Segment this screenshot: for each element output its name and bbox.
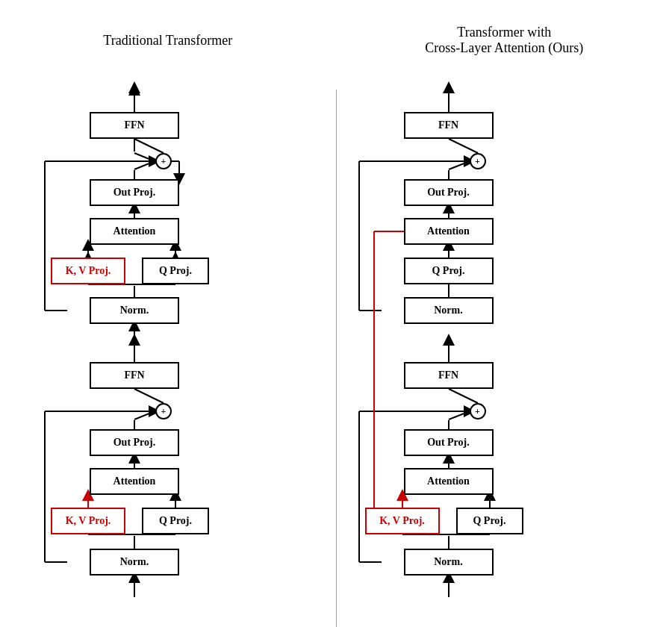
left-qproj2-box: Q Proj.	[142, 258, 209, 284]
left-outproj1-box: Out Proj.	[90, 429, 179, 456]
left-norm2-box: Norm.	[90, 297, 179, 324]
right-plus2-box: +	[470, 153, 486, 169]
left-ffn2-box: FFN	[90, 112, 179, 139]
svg-line-57	[449, 161, 470, 169]
svg-line-2	[134, 153, 155, 161]
left-qproj1-box: Q Proj.	[142, 508, 209, 534]
left-attn1-box: Attention	[90, 468, 179, 495]
right-norm2-box: Norm.	[404, 297, 494, 324]
right-attn1-box: Attention	[404, 468, 494, 495]
left-panel: Traditional Transformer	[0, 0, 336, 627]
right-ffn2-box: FFN	[404, 112, 494, 139]
svg-line-16	[134, 161, 155, 169]
svg-line-31	[134, 411, 155, 419]
left-kvproj2-box: K, V Proj.	[51, 258, 125, 284]
left-ffn1-box: FFN	[90, 362, 179, 389]
left-plus1-box: +	[155, 403, 172, 419]
left-title: Traditional Transformer	[88, 0, 247, 75]
right-plus1-box: +	[470, 403, 486, 419]
svg-line-20	[134, 139, 164, 153]
svg-line-61	[449, 139, 478, 153]
right-attn2-box: Attention	[404, 218, 494, 245]
svg-line-46	[449, 411, 470, 419]
left-plus2-box: +	[155, 153, 172, 169]
left-attn2-box: Attention	[90, 218, 179, 245]
right-outproj1-box: Out Proj.	[404, 429, 494, 456]
left-diagram: FFN + Out Proj. Attention K, V Proj. Q P…	[0, 75, 336, 627]
right-title: Transformer withCross-Layer Attention (O…	[410, 0, 598, 75]
right-ffn1-box: FFN	[404, 362, 494, 389]
right-panel: Transformer withCross-Layer Attention (O…	[337, 0, 673, 627]
right-qproj2-box: Q Proj.	[404, 258, 494, 284]
svg-line-50	[449, 389, 478, 403]
right-diagram: FFN + Out Proj. Attention Q Proj. Norm. …	[337, 75, 673, 627]
right-arrows	[337, 75, 673, 627]
right-kvproj1-box: K, V Proj.	[365, 508, 440, 534]
left-norm1-box: Norm.	[90, 549, 179, 575]
svg-line-35	[134, 389, 164, 403]
right-qproj1-box: Q Proj.	[456, 508, 523, 534]
left-kvproj1-box: K, V Proj.	[51, 508, 125, 534]
main-container: Traditional Transformer	[0, 0, 672, 627]
right-norm1-box: Norm.	[404, 549, 494, 575]
right-outproj2-box: Out Proj.	[404, 179, 494, 206]
left-outproj2-box: Out Proj.	[90, 179, 179, 206]
